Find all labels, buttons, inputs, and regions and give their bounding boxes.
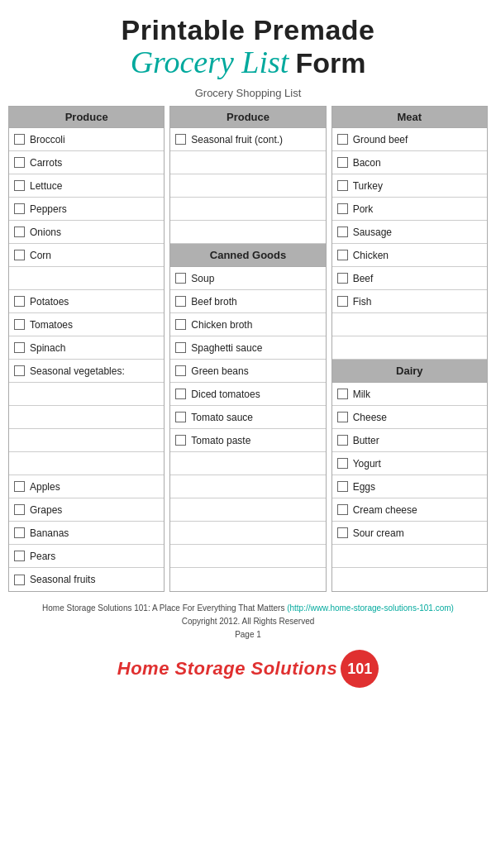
checkbox[interactable] (175, 319, 186, 330)
list-item-empty (170, 452, 325, 475)
list-item-empty (170, 522, 325, 545)
checkbox[interactable] (175, 412, 186, 422)
list-item: Yogurt (332, 452, 487, 475)
list-item: Seasonal fruit (cont.) (170, 128, 325, 151)
list-item-empty (9, 406, 164, 429)
brand-footer: Home Storage Solutions 101 (117, 650, 379, 688)
checkbox[interactable] (337, 180, 348, 191)
grid-area: Produce Broccoli Carrots Lettuce Peppers… (8, 106, 488, 592)
checkbox[interactable] (337, 527, 348, 538)
checkbox[interactable] (14, 319, 25, 330)
list-item: Carrots (9, 151, 164, 174)
checkbox[interactable] (14, 504, 25, 515)
footer: Home Storage Solutions 101: A Place For … (42, 602, 454, 641)
checkbox[interactable] (337, 435, 348, 446)
list-item: Cheese (332, 406, 487, 429)
list-item: Butter (332, 429, 487, 452)
checkbox[interactable] (14, 365, 25, 376)
list-item: Beef (332, 267, 487, 290)
list-item-empty (170, 198, 325, 221)
list-item: Sausage (332, 221, 487, 244)
page: Printable Premade Grocery List Form Groc… (0, 0, 496, 868)
list-item: Bacon (332, 151, 487, 174)
checkbox[interactable] (175, 389, 186, 399)
list-item: Spinach (9, 336, 164, 360)
list-item: Milk (332, 383, 487, 406)
checkbox[interactable] (175, 134, 186, 145)
list-item: Diced tomatoes (170, 383, 325, 406)
checkbox[interactable] (14, 227, 25, 237)
title-cursive: Grocery List (131, 45, 289, 80)
dairy-header: Dairy (332, 360, 487, 383)
list-item-empty (170, 151, 325, 174)
checkbox[interactable] (337, 504, 348, 515)
checkbox[interactable] (175, 365, 186, 376)
list-item: Lettuce (9, 174, 164, 198)
title-line1: Printable Premade (121, 15, 374, 45)
checkbox[interactable] (337, 203, 348, 214)
footer-page: Page 1 (42, 628, 454, 641)
list-item: Tomatoes (9, 313, 164, 336)
title-form: Form (295, 48, 365, 79)
checkbox[interactable] (337, 296, 348, 307)
list-item: Spaghetti sauce (170, 336, 325, 360)
checkbox[interactable] (14, 250, 25, 260)
list-item-empty (332, 336, 487, 360)
col3-header: Meat (332, 107, 487, 128)
col2-header: Produce (170, 107, 325, 128)
list-item: Sour cream (332, 522, 487, 545)
list-item: Seasonal fruits (9, 568, 164, 591)
list-item: Broccoli (9, 128, 164, 151)
checkbox[interactable] (14, 157, 25, 168)
footer-line2: Copyright 2012. All Rights Reserved (42, 615, 454, 628)
list-item-empty (332, 313, 487, 336)
checkbox[interactable] (337, 389, 348, 399)
checkbox[interactable] (14, 203, 25, 214)
list-item-empty (9, 267, 164, 290)
brand-circle: 101 (341, 650, 379, 688)
checkbox[interactable] (175, 342, 186, 353)
list-item-empty (170, 498, 325, 522)
list-item: Pears (9, 545, 164, 568)
checkbox[interactable] (14, 134, 25, 145)
list-item: Corn (9, 244, 164, 267)
checkbox[interactable] (337, 481, 348, 492)
checkbox[interactable] (14, 551, 25, 561)
list-item: Fish (332, 290, 487, 313)
list-item: Grapes (9, 498, 164, 522)
list-item: Tomato paste (170, 429, 325, 452)
checkbox[interactable] (14, 296, 25, 307)
checkbox[interactable] (14, 180, 25, 191)
checkbox[interactable] (14, 527, 25, 538)
list-item: Ground beef (332, 128, 487, 151)
list-item: Onions (9, 221, 164, 244)
checkbox[interactable] (175, 296, 186, 307)
checkbox[interactable] (337, 273, 348, 284)
list-item: Soup (170, 267, 325, 290)
list-item-empty (9, 452, 164, 475)
column-produce-1: Produce Broccoli Carrots Lettuce Peppers… (8, 106, 165, 592)
checkbox[interactable] (14, 342, 25, 353)
checkbox[interactable] (337, 134, 348, 145)
checkbox[interactable] (175, 435, 186, 446)
title-line2: Grocery List Form (121, 45, 374, 80)
checkbox[interactable] (337, 227, 348, 237)
checkbox[interactable] (175, 273, 186, 284)
checkbox[interactable] (337, 157, 348, 168)
list-item-empty (170, 174, 325, 198)
title-block: Printable Premade Grocery List Form (121, 15, 374, 80)
checkbox[interactable] (14, 481, 25, 492)
checkbox[interactable] (337, 250, 348, 260)
list-item-empty (332, 568, 487, 591)
checkbox[interactable] (337, 458, 348, 469)
list-item: Bananas (9, 522, 164, 545)
footer-line1: Home Storage Solutions 101: A Place For … (42, 602, 454, 615)
canned-goods-header: Canned Goods (170, 244, 325, 267)
list-item-empty (170, 545, 325, 568)
checkbox[interactable] (337, 412, 348, 422)
list-item: Potatoes (9, 290, 164, 313)
list-item: Turkey (332, 174, 487, 198)
list-item: Peppers (9, 198, 164, 221)
list-item: Apples (9, 475, 164, 498)
checkbox[interactable] (14, 575, 25, 585)
